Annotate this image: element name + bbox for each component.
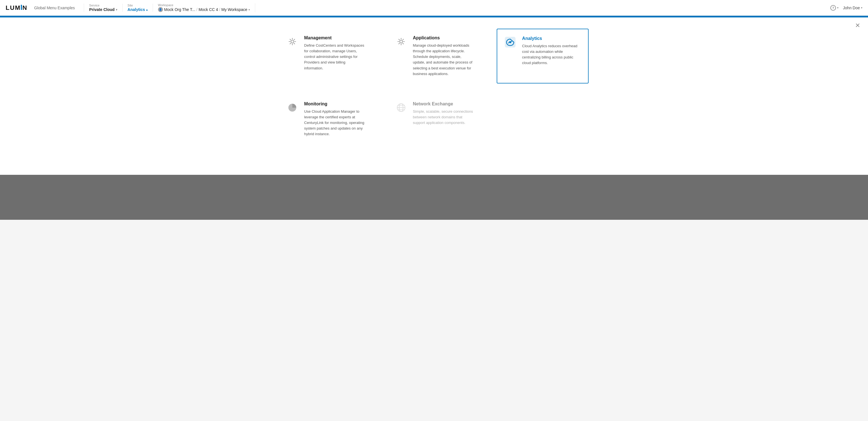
service-value: Private Cloud ▾ [89, 7, 117, 12]
analytics-content: AnalyticsCloud Analytics reduces overhea… [522, 36, 581, 66]
logo[interactable]: LUMN [6, 4, 28, 11]
network-exchange-title: Network Exchange [413, 101, 473, 106]
management-content: ManagementDefine CostCenters and Workspa… [304, 35, 365, 71]
network-exchange-description: Simple, scalable, secure connections bet… [413, 109, 473, 126]
menu-grid: ManagementDefine CostCenters and Workspa… [279, 29, 589, 144]
applications-title: Applications [413, 35, 473, 40]
cc-name: Mock CC 4 [198, 7, 218, 12]
menu-item-monitoring[interactable]: MonitoringUse Cloud Application Manager … [279, 95, 371, 144]
management-description: Define CostCenters and Workspaces for co… [304, 43, 365, 71]
header-right: ? ▾ John Doe ▾ [830, 5, 862, 11]
analytics-description: Cloud Analytics reduces overhead cost vi… [522, 43, 581, 66]
breadcrumb-sep-1: / [196, 7, 197, 12]
workspace-chevron: ▾ [248, 8, 250, 11]
breadcrumb-sep-2: / [219, 7, 220, 12]
site-value: Analytics ▴ [128, 7, 148, 12]
network-exchange-content: Network ExchangeSimple, scalable, secure… [413, 101, 473, 126]
applications-description: Manage cloud-deployed workloads through … [413, 43, 473, 77]
monitoring-icon [286, 101, 299, 114]
menu-item-analytics[interactable]: AnalyticsCloud Analytics reduces overhea… [497, 29, 589, 84]
user-chevron: ▾ [861, 6, 862, 9]
applications-icon [395, 35, 407, 48]
app-title: Global Menu Examples [34, 6, 75, 10]
monitoring-title: Monitoring [304, 101, 365, 106]
user-name: John Doe [843, 6, 860, 10]
monitoring-description: Use Cloud Application Manager to leverag… [304, 109, 365, 137]
help-chevron: ▾ [837, 6, 838, 9]
svg-point-0 [291, 40, 294, 43]
org-icon: 👤 [158, 7, 163, 12]
footer [0, 175, 868, 220]
management-title: Management [304, 35, 365, 40]
analytics-title: Analytics [522, 36, 581, 41]
help-icon: ? [830, 5, 836, 11]
workspace-nav-item[interactable]: Workspace 👤 Mock Org The T... / Mock CC … [153, 3, 255, 12]
user-menu-button[interactable]: John Doe ▾ [843, 6, 862, 10]
workspace-label: Workspace [158, 3, 250, 7]
main-header: LUMN Global Menu Examples Service Privat… [0, 0, 868, 16]
menu-item-management[interactable]: ManagementDefine CostCenters and Workspa… [279, 29, 371, 84]
service-chevron: ▾ [116, 8, 117, 11]
analytics-icon [504, 36, 516, 48]
site-dropdown-panel: ✕ ManagementDefine CostCenters and Works… [0, 18, 868, 175]
network-exchange-icon [395, 101, 407, 114]
service-nav-item[interactable]: Service Private Cloud ▾ [84, 4, 122, 12]
main-nav: Service Private Cloud ▾ Site Analytics ▴… [84, 3, 830, 12]
logo-text: LUMN [6, 4, 28, 11]
service-label: Service [89, 4, 117, 7]
close-button[interactable]: ✕ [855, 23, 860, 29]
ws-name: My Workspace [221, 7, 247, 12]
site-chevron: ▴ [146, 8, 148, 11]
site-nav-item[interactable]: Site Analytics ▴ [123, 4, 153, 12]
menu-item-network-exchange: Network ExchangeSimple, scalable, secure… [388, 95, 480, 144]
workspace-breadcrumb: 👤 Mock Org The T... / Mock CC 4 / My Wor… [158, 7, 250, 12]
management-icon [286, 35, 299, 48]
org-name: Mock Org The T... [164, 7, 195, 12]
help-button[interactable]: ? ▾ [830, 5, 838, 11]
monitoring-content: MonitoringUse Cloud Application Manager … [304, 101, 365, 137]
site-label: Site [128, 4, 148, 7]
svg-point-2 [400, 40, 403, 43]
applications-content: ApplicationsManage cloud-deployed worklo… [413, 35, 473, 77]
menu-item-applications[interactable]: ApplicationsManage cloud-deployed worklo… [388, 29, 480, 84]
